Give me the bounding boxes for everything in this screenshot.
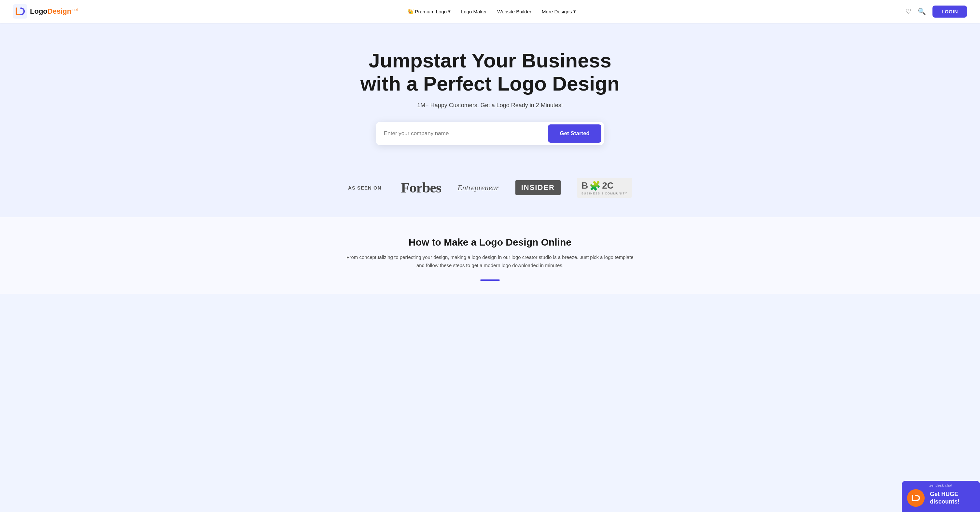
nav-item-logo-maker[interactable]: Logo Maker — [461, 9, 487, 14]
insider-logo: INSIDER — [515, 180, 561, 195]
nav-links: 👑 Premium Logo ▾ Logo Maker Website Buil… — [407, 8, 576, 14]
logo-icon — [13, 4, 27, 19]
hero-title: Jumpstart Your Business with a Perfect L… — [360, 49, 620, 96]
entrepreneur-logo: Entrepreneur — [457, 183, 499, 192]
progress-bar-container — [6, 279, 974, 281]
as-seen-on-label: AS SEEN ON — [348, 185, 382, 191]
nav-right: ♡ 🔍 LOGIN — [905, 6, 967, 18]
logo-text: LogoDesign.net — [30, 8, 78, 15]
company-name-input[interactable] — [384, 130, 548, 137]
how-to-title: How to Make a Logo Design Online — [6, 237, 974, 248]
favorites-icon[interactable]: ♡ — [905, 8, 911, 15]
progress-bar — [480, 279, 500, 281]
chevron-down-icon: ▾ — [448, 8, 450, 14]
logo[interactable]: LogoDesign.net — [13, 4, 78, 19]
as-seen-on-section: AS SEEN ON Forbes Entrepreneur INSIDER B… — [0, 165, 980, 217]
nav-item-website-builder[interactable]: Website Builder — [497, 9, 531, 14]
crown-icon: 👑 — [407, 8, 414, 14]
chevron-down-icon: ▾ — [573, 8, 576, 14]
nav-item-premium-logo[interactable]: 👑 Premium Logo ▾ — [407, 8, 451, 14]
svg-rect-0 — [13, 4, 27, 19]
b2c-logo: B 🧩 2C BUSINESS 2 COMMUNITY — [577, 178, 632, 198]
forbes-logo: Forbes — [401, 179, 441, 196]
how-to-section: How to Make a Logo Design Online From co… — [0, 217, 980, 294]
brand-logos: Forbes Entrepreneur INSIDER B 🧩 2C BUSIN… — [401, 178, 632, 198]
navbar: LogoDesign.net 👑 Premium Logo ▾ Logo Mak… — [0, 0, 980, 23]
company-name-search-box: Get Started — [376, 122, 604, 145]
hero-section: Jumpstart Your Business with a Perfect L… — [0, 23, 980, 165]
nav-item-more-designs[interactable]: More Designs ▾ — [542, 8, 576, 14]
how-to-description: From conceptualizing to perfecting your … — [344, 253, 636, 270]
hero-subtitle: 1M+ Happy Customers, Get a Logo Ready in… — [6, 102, 974, 109]
get-started-button[interactable]: Get Started — [548, 124, 601, 143]
search-icon[interactable]: 🔍 — [918, 8, 926, 15]
login-button[interactable]: LOGIN — [932, 6, 967, 18]
